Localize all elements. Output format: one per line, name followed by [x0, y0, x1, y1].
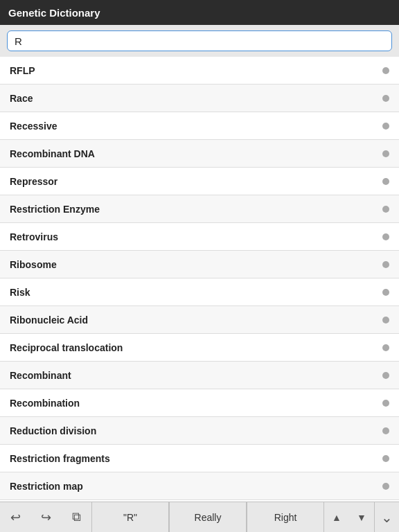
- list-item[interactable]: Reciprocal translocation: [0, 334, 399, 362]
- item-dot: [382, 261, 389, 268]
- item-label: Restriction fragments: [10, 453, 110, 464]
- list-item[interactable]: Retrovirus: [0, 223, 399, 251]
- redo-icon: ↪: [41, 510, 51, 525]
- item-dot: [382, 150, 389, 157]
- item-dot: [382, 233, 389, 240]
- list-item[interactable]: Repressor: [0, 168, 399, 195]
- item-label: Reduction division: [10, 425, 96, 436]
- search-input[interactable]: [7, 30, 392, 51]
- item-label: Restriction map: [10, 481, 83, 492]
- item-dot: [382, 178, 389, 185]
- item-label: Race: [10, 93, 33, 104]
- item-label: RFLP: [10, 65, 35, 76]
- item-label: Ribosome: [10, 259, 57, 270]
- list-item[interactable]: Ribonucleic Acid: [0, 306, 399, 334]
- list-item[interactable]: Race: [0, 85, 399, 112]
- search-bar: [0, 25, 399, 57]
- app-title: Genetic Dictionary: [8, 7, 100, 19]
- item-label: Ribonucleic Acid: [10, 314, 88, 326]
- suggestion-r-button[interactable]: "R": [91, 502, 169, 533]
- redo-button[interactable]: ↪: [30, 502, 61, 533]
- item-label: Repressor: [10, 176, 57, 187]
- item-label: Risk: [10, 287, 30, 298]
- list-item[interactable]: Recessive: [0, 112, 399, 140]
- paste-button[interactable]: ⧉: [61, 502, 91, 533]
- item-label: Recessive: [10, 121, 57, 132]
- item-dot: [382, 483, 389, 490]
- item-dot: [382, 344, 389, 351]
- list-item[interactable]: Recombinant DNA: [0, 140, 399, 168]
- item-dot: [382, 400, 389, 407]
- arrow-down-icon: ▼: [357, 512, 366, 523]
- item-label: Recombinant DNA: [10, 148, 95, 159]
- item-label: Restriction Enzyme: [10, 204, 100, 215]
- list-item[interactable]: Restriction fragments: [0, 445, 399, 472]
- undo-icon: ↩: [10, 510, 21, 525]
- list-item[interactable]: Recombinant: [0, 362, 399, 389]
- item-label: Reciprocal translocation: [10, 342, 123, 353]
- undo-button[interactable]: ↩: [0, 502, 30, 533]
- item-label: Recombinant: [10, 370, 71, 381]
- item-dot: [382, 67, 389, 74]
- item-dot: [382, 95, 389, 102]
- item-dot: [382, 427, 389, 434]
- item-dot: [382, 206, 389, 213]
- item-dot: [382, 289, 389, 296]
- bottom-toolbar: ↩ ↪ ⧉ "R" Really Right ▲ ▼ ⌄: [0, 502, 399, 532]
- list-item[interactable]: Restriction map: [0, 472, 399, 500]
- list-item[interactable]: Recombination: [0, 389, 399, 417]
- paste-icon: ⧉: [72, 510, 81, 524]
- arrow-up-icon: ▲: [332, 512, 342, 523]
- suggestion-right-button[interactable]: Right: [247, 502, 324, 533]
- keyboard-dismiss-icon: ⌄: [381, 509, 393, 526]
- item-dot: [382, 317, 389, 323]
- list-item[interactable]: RFLP: [0, 57, 399, 85]
- item-dot: [382, 372, 389, 379]
- item-label: Recombination: [10, 398, 80, 409]
- list-item[interactable]: Ribosome: [0, 251, 399, 278]
- list-item[interactable]: Restriction Enzyme: [0, 195, 399, 223]
- list-item[interactable]: Risk: [0, 278, 399, 306]
- item-dot: [382, 123, 389, 130]
- title-bar: Genetic Dictionary: [0, 0, 399, 25]
- keyboard-dismiss-button[interactable]: ⌄: [374, 502, 399, 533]
- suggestion-really-button[interactable]: Really: [169, 502, 247, 533]
- item-label: Retrovirus: [10, 231, 58, 242]
- arrow-up-button[interactable]: ▲: [324, 502, 349, 533]
- arrow-group: ▲ ▼: [324, 502, 374, 533]
- word-list: RFLPRaceRecessiveRecombinant DNARepresso…: [0, 57, 399, 502]
- list-item[interactable]: Reduction division: [0, 417, 399, 445]
- item-dot: [382, 455, 389, 462]
- arrow-down-button[interactable]: ▼: [349, 502, 374, 533]
